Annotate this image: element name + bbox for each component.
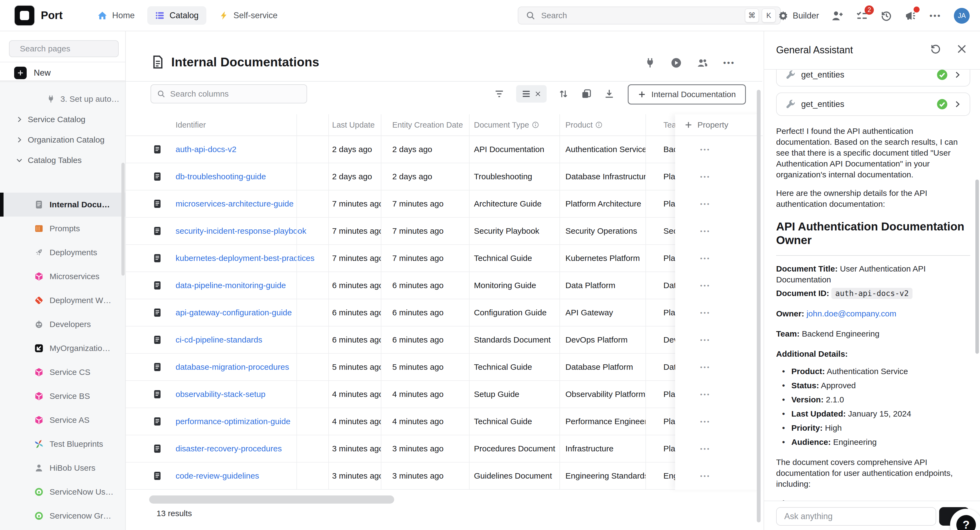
row-more-button[interactable]: ••• bbox=[700, 200, 711, 208]
sidebar-item[interactable]: Microservices bbox=[0, 265, 125, 289]
plug-icon[interactable] bbox=[644, 57, 655, 68]
entity-identifier-link[interactable]: observability-stack-setup bbox=[171, 390, 328, 399]
entity-identifier-link[interactable]: auth-api-docs-v2 bbox=[171, 145, 328, 154]
page-more-button[interactable]: ••• bbox=[723, 58, 735, 67]
more-options-button[interactable]: ••• bbox=[929, 11, 941, 21]
help-button[interactable]: ? bbox=[950, 509, 980, 530]
sidebar-item[interactable]: Service CS bbox=[0, 360, 125, 384]
column-header-product[interactable]: Product bbox=[559, 121, 646, 130]
entity-identifier-link[interactable]: disaster-recovery-procedures bbox=[171, 444, 328, 453]
sidebar-group[interactable]: Service Catalog bbox=[0, 109, 125, 130]
table-row[interactable]: api-gateway-configuration-guide 6 minute… bbox=[126, 299, 762, 327]
sidebar-item[interactable]: ServiceNow Us… bbox=[0, 480, 125, 504]
sidebar-item[interactable]: Developers bbox=[0, 313, 125, 336]
row-more-button[interactable]: ••• bbox=[700, 364, 711, 371]
play-circle-icon[interactable] bbox=[671, 57, 682, 68]
close-icon[interactable] bbox=[956, 43, 967, 55]
row-more-button[interactable]: ••• bbox=[700, 282, 711, 289]
row-more-button[interactable]: ••• bbox=[700, 336, 711, 344]
add-entity-button[interactable]: Internal Documentation bbox=[628, 84, 746, 105]
vertical-scrollbar[interactable] bbox=[757, 90, 760, 522]
sidebar-group[interactable]: 3. Set up auto… bbox=[0, 89, 125, 109]
row-more-button[interactable]: ••• bbox=[700, 418, 711, 425]
sidebar-item[interactable]: Service BS bbox=[0, 384, 125, 408]
column-header-created[interactable]: Entity Creation Date bbox=[381, 121, 469, 130]
row-more-button[interactable]: ••• bbox=[700, 391, 711, 398]
table-row[interactable]: database-migration-procedures 5 minutes … bbox=[126, 354, 762, 381]
column-header-last-update[interactable]: Last Update bbox=[328, 121, 381, 130]
nav-item[interactable]: Home bbox=[90, 6, 142, 25]
clear-group-icon[interactable] bbox=[535, 90, 541, 97]
announcements-button[interactable] bbox=[905, 10, 917, 22]
column-search-input[interactable] bbox=[170, 89, 301, 98]
entity-identifier-link[interactable]: data-pipeline-monitoring-guide bbox=[171, 281, 328, 290]
row-more-button[interactable]: ••• bbox=[700, 473, 711, 480]
new-page-button[interactable]: New bbox=[14, 65, 51, 81]
horizontal-scrollbar[interactable] bbox=[149, 495, 394, 504]
sidebar-item[interactable]: Test Blueprints bbox=[0, 432, 125, 456]
column-header-identifier[interactable]: Identifier bbox=[171, 121, 328, 130]
entity-identifier-link[interactable]: security-incident-response-playbook bbox=[171, 226, 328, 236]
send-button[interactable]: ? bbox=[939, 507, 969, 526]
invite-users-button[interactable] bbox=[831, 10, 843, 22]
table-row[interactable]: disaster-recovery-procedures 3 minutes a… bbox=[126, 435, 762, 463]
table-row[interactable]: microservices-architecture-guide 7 minut… bbox=[126, 190, 762, 217]
column-search[interactable] bbox=[151, 84, 307, 103]
sidebar-item[interactable]: Deployments bbox=[0, 241, 125, 265]
group-by-control[interactable] bbox=[516, 85, 547, 103]
users-icon[interactable] bbox=[697, 57, 708, 68]
audit-log-button[interactable] bbox=[880, 10, 892, 22]
entity-identifier-link[interactable]: performance-optimization-guide bbox=[171, 417, 328, 426]
assistant-scrollbar[interactable] bbox=[975, 179, 979, 354]
reset-conversation-icon[interactable] bbox=[930, 43, 941, 55]
row-more-button[interactable]: ••• bbox=[700, 445, 711, 452]
entity-identifier-link[interactable]: microservices-architecture-guide bbox=[171, 199, 328, 208]
table-row[interactable]: auth-api-docs-v2 2 days ago 2 days ago A… bbox=[126, 136, 762, 163]
tasks-button[interactable]: 2 bbox=[856, 10, 868, 22]
sidebar-group[interactable]: Catalog Tables bbox=[0, 150, 125, 170]
table-row[interactable]: security-incident-response-playbook 7 mi… bbox=[126, 217, 762, 245]
sidebar-item[interactable]: Service AS bbox=[0, 408, 125, 432]
sidebar-item[interactable]: Deployment W… bbox=[0, 289, 125, 313]
entity-identifier-link[interactable]: db-troubleshooting-guide bbox=[171, 172, 328, 181]
table-row[interactable]: code-review-guidelines 3 minutes ago 3 m… bbox=[126, 463, 762, 490]
row-more-button[interactable]: ••• bbox=[700, 228, 711, 235]
export-button[interactable] bbox=[603, 88, 615, 100]
sidebar-item[interactable]: Internal Docu… bbox=[0, 193, 125, 217]
sidebar-item[interactable]: HiBob Users bbox=[0, 456, 125, 480]
add-property-button[interactable]: Property bbox=[675, 114, 763, 136]
entity-identifier-link[interactable]: kubernetes-deployment-best-practices bbox=[171, 254, 328, 263]
sort-button[interactable] bbox=[557, 88, 570, 100]
row-more-button[interactable]: ••• bbox=[700, 309, 711, 316]
nav-item[interactable]: Catalog bbox=[147, 6, 206, 25]
sidebar-group[interactable]: Organization Catalog bbox=[0, 130, 125, 150]
sidebar-search-input[interactable] bbox=[20, 44, 125, 53]
builder-button[interactable]: Builder bbox=[778, 11, 819, 21]
table-row[interactable]: kubernetes-deployment-best-practices 7 m… bbox=[126, 245, 762, 272]
ask-anything-input[interactable] bbox=[784, 511, 928, 521]
nav-item[interactable]: Self-service bbox=[211, 6, 285, 25]
column-header-doc-type[interactable]: Document Type bbox=[469, 121, 559, 130]
table-row[interactable]: db-troubleshooting-guide 2 days ago 2 da… bbox=[126, 163, 762, 190]
row-more-button[interactable]: ••• bbox=[700, 255, 711, 262]
tool-call-card[interactable]: get_entities bbox=[776, 70, 970, 87]
row-more-button[interactable]: ••• bbox=[700, 173, 711, 180]
row-more-button[interactable]: ••• bbox=[700, 146, 711, 153]
sidebar-item[interactable]: Servicenow Gr… bbox=[0, 504, 125, 528]
entity-identifier-link[interactable]: code-review-guidelines bbox=[171, 471, 328, 481]
filter-button[interactable] bbox=[493, 88, 505, 100]
entity-identifier-link[interactable]: api-gateway-configuration-guide bbox=[171, 308, 328, 317]
sidebar-scrollbar[interactable] bbox=[121, 163, 125, 276]
sidebar-item[interactable]: Prompts bbox=[0, 217, 125, 241]
tool-call-card[interactable]: get_entities bbox=[776, 92, 970, 116]
global-search-input[interactable] bbox=[541, 11, 742, 20]
table-row[interactable]: ci-cd-pipeline-standards 6 minutes ago 6… bbox=[126, 327, 762, 354]
table-row[interactable]: performance-optimization-guide 4 minutes… bbox=[126, 408, 762, 435]
entity-identifier-link[interactable]: database-migration-procedures bbox=[171, 362, 328, 372]
sidebar-item[interactable]: MyOrganizatio… bbox=[0, 336, 125, 360]
user-avatar[interactable]: JA bbox=[954, 8, 970, 24]
sidebar-search[interactable] bbox=[9, 40, 119, 57]
ask-input-wrapper[interactable] bbox=[776, 507, 936, 526]
brand[interactable]: Port bbox=[14, 5, 63, 26]
table-row[interactable]: observability-stack-setup 4 minutes ago … bbox=[126, 381, 762, 408]
